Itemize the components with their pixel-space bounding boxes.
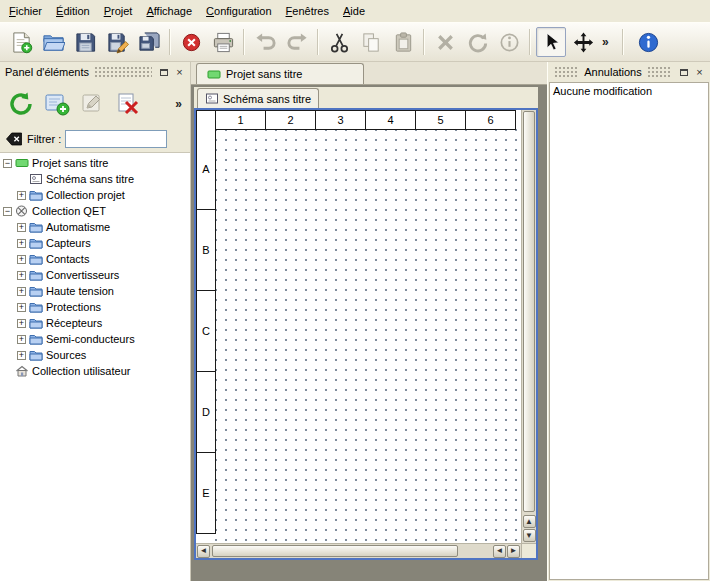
save-as-button[interactable] (102, 27, 132, 57)
expand-icon[interactable]: + (17, 271, 26, 280)
toolbar-separator (317, 29, 319, 55)
folder-icon (29, 221, 43, 233)
undo-list-item[interactable]: Aucune modification (553, 85, 705, 97)
save-button[interactable] (70, 27, 100, 57)
close-dock-button[interactable]: × (692, 65, 707, 79)
expand-icon[interactable]: + (17, 191, 26, 200)
undo-button[interactable] (250, 27, 280, 57)
edit-element-button[interactable] (77, 87, 109, 121)
print-button[interactable] (208, 27, 238, 57)
tree-item-semi-conducteurs[interactable]: + Semi-conducteurs (0, 331, 190, 347)
schema-icon (29, 173, 43, 185)
copy-button[interactable] (356, 27, 386, 57)
expand-icon[interactable]: + (17, 223, 26, 232)
close-dock-button[interactable]: × (172, 65, 187, 79)
dock-handle (647, 66, 672, 78)
scroll-left-button[interactable]: ◄ (197, 545, 210, 558)
collapse-icon[interactable]: − (3, 159, 12, 168)
menu-bar: Fichier Édition Projet Affichage Configu… (0, 0, 710, 22)
toolbar-overflow-button[interactable]: » (599, 35, 612, 49)
vertical-scrollbar[interactable]: ▲ ▼ (521, 110, 536, 543)
pan-mode-button[interactable] (568, 27, 598, 57)
close-file-button[interactable] (176, 27, 206, 57)
tree-item-schema[interactable]: Schéma sans titre (0, 171, 190, 187)
new-file-button[interactable] (6, 27, 36, 57)
menu-aide[interactable]: Aide (336, 2, 372, 20)
delete-button[interactable] (430, 27, 460, 57)
tree-item-project[interactable]: − Projet sans titre (0, 155, 190, 171)
toolbar-separator (423, 29, 425, 55)
clear-filter-button[interactable] (5, 130, 23, 148)
tree-item-collection-qet[interactable]: − Collection QET (0, 203, 190, 219)
tree-item-contacts[interactable]: + Contacts (0, 251, 190, 267)
elements-panel-header[interactable]: Panel d'éléments × (0, 62, 190, 82)
tree-item-capteurs[interactable]: + Capteurs (0, 235, 190, 251)
diagram-canvas[interactable]: 1 2 3 4 5 6 A B C D (196, 110, 521, 543)
expand-icon[interactable]: + (17, 335, 26, 344)
tree-item-collection-utilisateur[interactable]: Collection utilisateur (0, 363, 190, 379)
menu-affichage[interactable]: Affichage (139, 2, 199, 20)
scroll-up-button[interactable]: ▲ (523, 515, 536, 528)
toolbar-separator (622, 29, 624, 55)
undo-icon (254, 31, 277, 54)
delete-element-button[interactable] (113, 87, 145, 121)
undo-dock: Annulations × Aucune modification (547, 62, 710, 581)
horizontal-scrollbar-thumb[interactable] (212, 545, 458, 557)
filter-input[interactable] (65, 130, 167, 148)
about-button[interactable] (634, 27, 664, 57)
menu-configuration[interactable]: Configuration (199, 2, 278, 20)
open-project-button[interactable] (38, 27, 68, 57)
expand-icon[interactable]: + (17, 319, 26, 328)
scroll-down-button[interactable]: ▼ (523, 529, 536, 542)
copy-icon (360, 31, 383, 54)
expand-icon[interactable]: + (17, 351, 26, 360)
horizontal-scrollbar[interactable]: ◄ ◄ ► (196, 543, 521, 558)
tree-item-protections[interactable]: + Protections (0, 299, 190, 315)
main-toolbar: » (0, 22, 710, 62)
dock-handle (554, 66, 579, 78)
float-dock-button[interactable] (676, 65, 691, 79)
select-mode-button[interactable] (536, 27, 566, 57)
menu-fichier[interactable]: Fichier (2, 2, 49, 20)
cut-button[interactable] (324, 27, 354, 57)
cut-icon (328, 31, 351, 54)
tree-item-convertisseurs[interactable]: + Convertisseurs (0, 267, 190, 283)
float-dock-button[interactable] (156, 65, 171, 79)
menu-fenetres[interactable]: Fenêtres (279, 2, 336, 20)
tree-item-sources[interactable]: + Sources (0, 347, 190, 363)
project-tab-bar: Projet sans titre (191, 62, 547, 85)
reload-collections-button[interactable] (5, 87, 37, 121)
diagram-info-button[interactable] (494, 27, 524, 57)
mdi-workspace: Schéma sans titre 1 2 3 4 (191, 85, 547, 581)
collapse-icon[interactable]: − (3, 207, 12, 216)
new-element-button[interactable] (41, 87, 73, 121)
expand-icon[interactable]: + (17, 287, 26, 296)
expand-icon[interactable]: + (17, 239, 26, 248)
menu-projet[interactable]: Projet (97, 2, 140, 20)
tree-item-automatisme[interactable]: + Automatisme (0, 219, 190, 235)
dock-handle (94, 66, 152, 78)
panel-toolbar-overflow-button[interactable]: » (172, 97, 185, 111)
vertical-scrollbar-thumb[interactable] (523, 111, 535, 512)
save-all-icon (138, 31, 161, 54)
tree-item-collection-projet[interactable]: + Collection projet (0, 187, 190, 203)
paste-button[interactable] (388, 27, 418, 57)
tab-schema-sans-titre[interactable]: Schéma sans titre (197, 88, 319, 108)
expand-icon[interactable]: + (17, 255, 26, 264)
save-all-button[interactable] (134, 27, 164, 57)
tree-item-recepteurs[interactable]: + Récepteurs (0, 315, 190, 331)
redo-button[interactable] (282, 27, 312, 57)
scroll-left-button-end[interactable]: ◄ (493, 545, 506, 558)
menu-edition[interactable]: Édition (49, 2, 97, 20)
rotate-button[interactable] (462, 27, 492, 57)
undo-dock-header[interactable]: Annulations × (548, 62, 710, 82)
ruler-row: B (196, 210, 216, 291)
scroll-right-button[interactable]: ► (507, 545, 520, 558)
tree-item-haute-tension[interactable]: + Haute tension (0, 283, 190, 299)
horizontal-scrollbar-track[interactable] (211, 544, 492, 558)
tab-projet-sans-titre[interactable]: Projet sans titre (196, 63, 364, 84)
toolbar-separator (169, 29, 171, 55)
new-element-icon (44, 91, 70, 117)
row-ruler: A B C D E (196, 129, 216, 534)
expand-icon[interactable]: + (17, 303, 26, 312)
